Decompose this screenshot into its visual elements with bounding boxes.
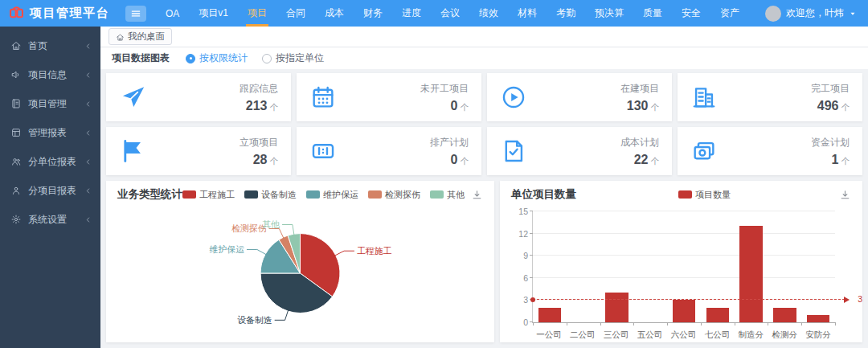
bar-legend: 项目数量 (576, 189, 833, 201)
breadcrumb-home-icon-holder (116, 31, 125, 41)
top-menu-item-项目v1[interactable]: 项目v1 (189, 0, 238, 27)
download-icon (471, 189, 483, 201)
stat-card-未开工项目[interactable]: 未开工项目 0个 (297, 73, 481, 121)
y-axis-tick (530, 255, 533, 256)
sidebar-item-label: 管理报表 (28, 126, 77, 140)
pie-label: 维护保运 (210, 244, 245, 254)
radio-按指定单位[interactable]: 按指定单位 (262, 51, 324, 65)
x-axis-label: 制造分 (734, 326, 768, 339)
bar-安防分[interactable] (807, 315, 829, 322)
stat-card-资金计划[interactable]: 资金计划 1个 (678, 127, 862, 175)
card-value: 0个 (420, 99, 469, 113)
chevron-holder (84, 69, 92, 80)
bar-六公司[interactable] (673, 300, 695, 322)
legend-swatch (244, 190, 258, 199)
legend-item-工程施工[interactable]: 工程施工 (182, 189, 235, 201)
bar-plot: 03691215 3 (532, 211, 835, 323)
top-menu-item-预决算[interactable]: 预决算 (585, 0, 633, 27)
top-menu-item-进度[interactable]: 进度 (392, 0, 431, 27)
bar-三公司[interactable] (605, 293, 628, 322)
stat-card-成本计划[interactable]: 成本计划 22个 (487, 127, 672, 175)
card-title: 未开工项目 (420, 82, 469, 96)
sidebar-item-系统设置[interactable]: 系统设置 (0, 205, 100, 234)
sidebar-item-label: 项目管理 (28, 97, 77, 111)
legend-swatch (368, 190, 382, 199)
x-axis-label: 安防分 (801, 326, 835, 339)
chevron-left-icon (84, 100, 92, 108)
stat-card-排产计划[interactable]: 排产计划 0个 (297, 127, 481, 175)
pie-label-line (275, 310, 289, 320)
card-title: 跟踪信息 (240, 82, 278, 96)
breadcrumb-tab-my-desktop[interactable]: 我的桌面 (108, 28, 172, 45)
sidebar-item-首页[interactable]: 首页 (0, 31, 100, 60)
hamburger-button[interactable] (125, 6, 146, 22)
legend-item-检测探伤[interactable]: 检测探伤 (368, 189, 420, 201)
top-menu-item-考勤[interactable]: 考勤 (547, 0, 585, 27)
main-area: 我的桌面 项目数据图表 按权限统计 按指定单位 跟踪信息 213个 未开工项目 … (100, 27, 868, 348)
legend-label: 设备制造 (261, 189, 297, 201)
pie-chart: 工程施工设备制造维护保运检测探伤其他 (106, 203, 494, 342)
x-axis-tick (667, 322, 668, 325)
top-menu-item-合同[interactable]: 合同 (276, 0, 315, 27)
card-value: 0个 (430, 153, 469, 167)
top-menu-item-成本[interactable]: 成本 (315, 0, 354, 27)
sidebar-menu: 首页 项目信息 项目管理 管理报表 分单位报表 分项目报表 系统设置 (0, 31, 100, 234)
user-menu[interactable]: 欢迎您，叶炜 (765, 6, 868, 22)
bar-七公司[interactable] (706, 308, 729, 322)
x-axis-label: 检测分 (768, 326, 801, 339)
bar-一公司[interactable] (538, 308, 561, 322)
chevron-left-icon (84, 42, 92, 51)
card-text: 资金计划 1个 (811, 136, 850, 167)
caret-down-icon (849, 10, 857, 18)
pie-label: 设备制造 (237, 315, 272, 325)
card-icon-holder (690, 84, 718, 111)
app-title: 项目管理平台 (30, 6, 109, 21)
top-menu-item-会议[interactable]: 会议 (431, 0, 469, 27)
top-menu-item-财务[interactable]: 财务 (354, 0, 392, 27)
stat-card-完工项目[interactable]: 完工项目 496个 (678, 73, 862, 121)
pie-download-button[interactable] (471, 188, 483, 200)
top-menu-item-绩效[interactable]: 绩效 (469, 0, 508, 27)
markline: 3 (533, 299, 845, 300)
sidebar-item-分单位报表[interactable]: 分单位报表 (0, 147, 100, 176)
breadcrumb-label: 我的桌面 (128, 31, 165, 43)
legend-item-项目数量[interactable]: 项目数量 (678, 189, 731, 201)
money-icon (690, 137, 718, 165)
knot-logo-icon (8, 5, 25, 22)
stat-card-跟踪信息[interactable]: 跟踪信息 213个 (106, 73, 291, 121)
legend-item-设备制造[interactable]: 设备制造 (244, 189, 297, 201)
sidebar-item-项目信息[interactable]: 项目信息 (0, 60, 100, 89)
bar-检测分[interactable] (773, 308, 796, 322)
legend-item-其他[interactable]: 其他 (430, 189, 465, 201)
sidebar-item-分项目报表[interactable]: 分项目报表 (0, 176, 100, 205)
card-icon-holder (690, 137, 718, 165)
y-axis-tick (530, 233, 533, 234)
top-menu-item-资产[interactable]: 资产 (710, 0, 749, 27)
sidebar: 首页 项目信息 项目管理 管理报表 分单位报表 分项目报表 系统设置 (0, 27, 100, 348)
top-menu-item-安全[interactable]: 安全 (672, 0, 710, 27)
legend-item-维护保运[interactable]: 维护保运 (306, 189, 358, 201)
app-logo[interactable]: 项目管理平台 (0, 5, 122, 22)
radio-label: 按指定单位 (276, 51, 324, 65)
pie-label: 其他 (262, 219, 280, 229)
sidebar-item-管理报表[interactable]: 管理报表 (0, 118, 100, 147)
chevron-holder (84, 185, 92, 196)
top-menu-item-OA[interactable]: OA (156, 0, 189, 27)
chevron-left-icon (84, 71, 92, 80)
radio-按权限统计[interactable]: 按权限统计 (186, 51, 248, 65)
bar-制造分[interactable] (739, 226, 762, 322)
pie-panel: 业务类型统计 工程施工 设备制造 维护保运 检测探伤 其他 (106, 181, 494, 342)
sidebar-item-项目管理[interactable]: 项目管理 (0, 89, 100, 118)
bar-chart-area: 03691215 3 一公司二公司三公司五公司六公司七公司制造分检测分安防分 (510, 203, 835, 341)
card-unit: 个 (651, 102, 660, 112)
top-menu-item-项目[interactable]: 项目 (238, 0, 276, 27)
top-menu-item-材料[interactable]: 材料 (508, 0, 547, 27)
x-axis-tick (567, 322, 567, 325)
card-value: 1个 (811, 153, 850, 167)
bar-download-button[interactable] (839, 188, 851, 200)
stat-card-立项项目[interactable]: 立项项目 28个 (106, 127, 291, 175)
toolbar-label: 项目数据图表 (112, 51, 170, 65)
card-text: 成本计划 22个 (620, 136, 659, 167)
top-menu-item-质量[interactable]: 质量 (633, 0, 672, 27)
stat-card-在建项目[interactable]: 在建项目 130个 (487, 73, 672, 121)
